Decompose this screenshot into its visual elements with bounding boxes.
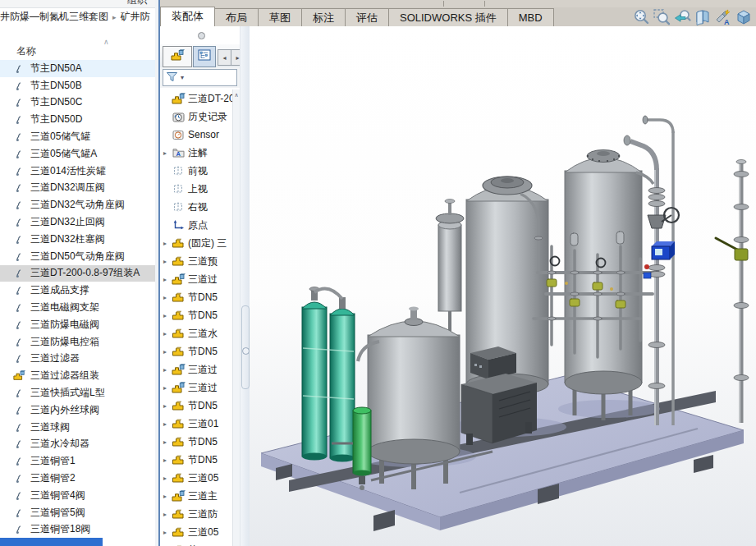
model-right-edge-pipe[interactable] <box>716 160 749 424</box>
viewport-3d-model[interactable] <box>0 0 756 546</box>
graphics-viewport[interactable] <box>250 26 756 546</box>
model-small-vessel[interactable] <box>436 200 464 346</box>
command-tab[interactable]: 装配体 <box>160 7 215 26</box>
model-flow-meter[interactable] <box>652 241 675 259</box>
model-teal-columns[interactable] <box>302 287 355 462</box>
app-root: 组织 井防爆—制氮机三维套图矿井防 名称 节主DN50A节主DN50B节主DN5… <box>0 0 756 546</box>
